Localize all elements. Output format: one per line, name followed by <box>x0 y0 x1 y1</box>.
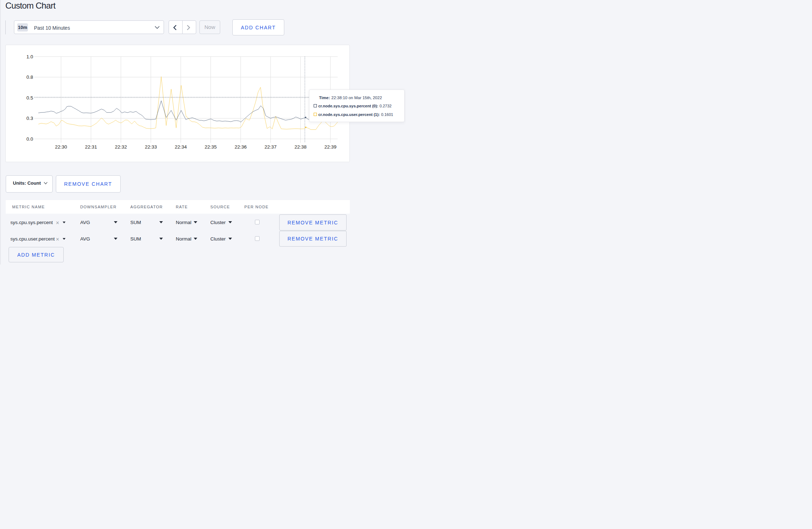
svg-text:22:36: 22:36 <box>235 144 247 150</box>
svg-text:0.0: 0.0 <box>26 136 33 142</box>
svg-text:22:37: 22:37 <box>264 144 276 150</box>
svg-text:1.0: 1.0 <box>26 54 33 59</box>
svg-text:22:34: 22:34 <box>175 144 187 150</box>
svg-text:22:38: 22:38 <box>294 144 306 150</box>
svg-text:22:30: 22:30 <box>55 144 67 150</box>
svg-text:22:39: 22:39 <box>324 144 337 150</box>
svg-text:0.8: 0.8 <box>26 74 33 80</box>
svg-text:22:32: 22:32 <box>115 144 127 150</box>
svg-text:22:33: 22:33 <box>145 144 157 150</box>
svg-text:0.3: 0.3 <box>26 116 33 121</box>
svg-text:22:31: 22:31 <box>85 144 97 150</box>
svg-text:0.5: 0.5 <box>26 95 33 101</box>
svg-text:22:35: 22:35 <box>204 144 217 150</box>
